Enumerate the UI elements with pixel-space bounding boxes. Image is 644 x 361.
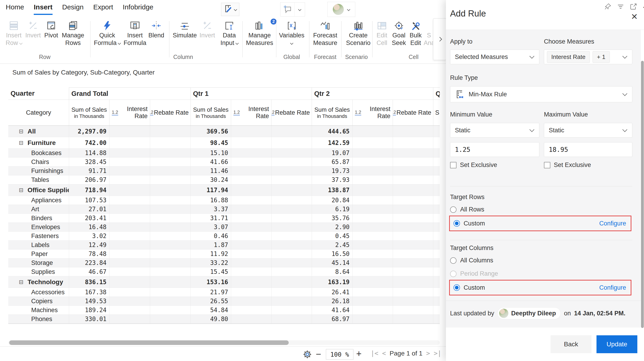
configure-rows-link[interactable]: Configure <box>599 220 626 227</box>
table-row[interactable]: Bookcases 114.88 15.10 19.07 <box>8 149 440 158</box>
checkbox[interactable] <box>544 162 550 168</box>
checkbox[interactable] <box>450 162 456 168</box>
table-row[interactable]: Technology 836.15 153.16 163.19 <box>8 276 440 288</box>
table-row[interactable]: Storage 223.84 33.22 45.14 <box>8 259 440 267</box>
blend-button[interactable]: Blend <box>146 20 167 39</box>
interest-rate-header[interactable]: 1.2 InterestRate <box>109 100 150 125</box>
settings-gear-icon[interactable] <box>302 349 312 361</box>
open-in-new-icon[interactable] <box>630 3 637 11</box>
insert-formula-button[interactable]: Insert Formula <box>121 20 149 47</box>
rebate-rate-header[interactable]: 1.2 Rebate Rate <box>150 100 190 125</box>
table-row[interactable]: Copiers 149.53 26.55 26.18 <box>8 297 440 306</box>
tab-home[interactable]: Home <box>6 3 24 15</box>
measure-chip[interactable]: Interest Rate <box>547 51 590 63</box>
more-measures-chip[interactable]: + 1 <box>592 51 610 63</box>
first-page-button[interactable]: |< <box>371 350 378 357</box>
group-header-qtr1[interactable]: Qtr 1 <box>190 87 312 99</box>
table-row[interactable]: All 2,297.09 369.56 444.65 <box>8 126 440 137</box>
table-row[interactable]: Accessories 167.38 21.97 26.41 <box>8 288 440 297</box>
more-options-icon[interactable]: ⋯ <box>642 3 644 11</box>
row-dimension-header[interactable]: Quarter <box>8 87 69 99</box>
table-row[interactable]: Machines 189.24 54.84 41.64 <box>8 306 440 315</box>
previous-page-button[interactable]: < <box>382 350 386 357</box>
scrollbar-thumb[interactable] <box>9 340 289 345</box>
radio-selected-icon[interactable] <box>454 220 460 227</box>
close-icon[interactable]: ✕ <box>631 12 638 21</box>
group-header-qtr2[interactable]: Qtr 2 <box>312 87 433 99</box>
table-row[interactable]: Chairs 328.45 41.66 65.87 <box>8 158 440 166</box>
create-scenario-button[interactable]: Create Scenario <box>344 20 373 47</box>
table-row[interactable]: Fasteners 3.02 0.46 0.45 <box>8 232 440 241</box>
next-page-button[interactable]: > <box>426 350 430 357</box>
zoom-out-button[interactable]: − <box>316 350 321 359</box>
maximum-mode-dropdown[interactable]: Static <box>544 123 632 138</box>
tab-insert[interactable]: Insert <box>34 3 52 15</box>
maximum-value-input[interactable] <box>544 142 632 157</box>
update-button[interactable]: Update <box>596 335 637 353</box>
collapse-icon[interactable] <box>19 140 28 146</box>
table-row[interactable]: Office Supplies 718.94 117.94 138.87 <box>8 184 440 196</box>
collapse-icon[interactable] <box>19 187 28 193</box>
manage-rows-button[interactable]: Manage Rows <box>59 20 87 47</box>
tab-export[interactable]: Export <box>93 3 113 15</box>
table-row[interactable]: Labels 12.49 1.87 2.45 <box>8 241 440 250</box>
zoom-in-button[interactable]: + <box>356 349 362 358</box>
table-row[interactable]: Appliances 107.53 16.88 20.84 <box>8 196 440 205</box>
all-rows-option[interactable]: All Rows <box>450 206 484 213</box>
data-input-button[interactable]: Data Input <box>217 20 242 47</box>
rule-type-dropdown[interactable]: Min-Max Rule <box>450 86 632 102</box>
pivot-button[interactable]: Pivot <box>40 20 62 39</box>
last-page-button[interactable]: >| <box>434 350 442 357</box>
minimum-value-input[interactable] <box>450 142 539 157</box>
minimum-mode-dropdown[interactable]: Static <box>450 123 539 138</box>
configure-columns-link[interactable]: Configure <box>599 284 626 291</box>
account-menu[interactable] <box>327 2 355 17</box>
panel-scrollbar-thumb[interactable] <box>641 61 644 328</box>
edit-layout-button[interactable] <box>221 3 240 16</box>
horizontal-scrollbar[interactable] <box>8 340 440 345</box>
user-chip[interactable]: Deepthy Dileep <box>497 307 561 319</box>
pin-icon[interactable] <box>604 3 612 11</box>
variables-button[interactable]: Variables <box>278 20 306 47</box>
quick-formula-button[interactable]: Quick Formula <box>93 20 122 47</box>
collapse-icon[interactable] <box>19 128 28 135</box>
filter-lines-icon[interactable] <box>617 3 624 11</box>
goal-seek-button[interactable]: Goal Seek <box>390 20 407 47</box>
interest-rate-header[interactable]: 1.2 InterestRate <box>352 100 393 125</box>
table-row[interactable]: Envelopes 16.48 3.07 2.90 <box>8 223 440 232</box>
comment-button[interactable] <box>280 2 305 16</box>
sum-of-sales-header[interactable]: Sum of Salesin Thousands <box>69 100 109 125</box>
sum-of-sales-header[interactable]: Sum of Salesin Thousands <box>312 100 352 125</box>
table-row[interactable]: Furnishings 91.71 11.46 19.73 <box>8 166 440 175</box>
collapse-icon[interactable] <box>19 279 28 285</box>
apply-to-dropdown[interactable]: Selected Measures <box>450 49 539 64</box>
radio-selected-icon[interactable] <box>454 284 460 291</box>
choose-measures-dropdown[interactable]: Interest Rate + 1 <box>544 49 632 64</box>
category-header[interactable]: Category <box>8 100 69 125</box>
rebate-rate-header[interactable]: 1.2 Rebate Rate <box>393 100 433 125</box>
ribbon-overflow-button[interactable] <box>433 18 446 60</box>
sum-of-sales-header[interactable]: Sum of Salesin Thousands <box>190 100 231 125</box>
empty-cell <box>393 232 433 240</box>
interest-rate-header[interactable]: 1.2 InterestRate <box>231 100 271 125</box>
radio-icon[interactable] <box>450 206 456 213</box>
table-row[interactable]: Furniture 742.00 98.45 142.59 <box>8 137 440 149</box>
radio-icon[interactable] <box>450 257 456 264</box>
zoom-level-input[interactable] <box>326 349 353 360</box>
bulk-edit-button[interactable]: Bulk Edit <box>408 20 424 47</box>
table-row[interactable]: Paper 78.48 11.92 16.50 <box>8 250 440 259</box>
simulate-button[interactable]: Simulate <box>171 20 198 39</box>
tab-design[interactable]: Design <box>62 3 84 15</box>
group-header-grand-total[interactable]: Grand Total <box>69 87 190 99</box>
table-row[interactable]: Binders 203.41 31.71 35.76 <box>8 214 440 223</box>
table-row[interactable]: Supplies 46.67 15.45 8.64 <box>8 267 440 276</box>
manage-measures-button[interactable]: 2 Manage Measures <box>244 20 275 47</box>
all-columns-option[interactable]: All Columns <box>450 257 493 264</box>
forecast-measure-button[interactable]: Forecast Measure <box>311 20 340 47</box>
table-row[interactable]: Tables 206.97 30.24 37.93 <box>8 175 440 184</box>
table-row[interactable]: Art 27.01 3.37 6.19 <box>8 205 440 214</box>
tab-infobridge[interactable]: Infobridge <box>123 3 153 15</box>
back-button[interactable]: Back <box>550 335 592 353</box>
rebate-rate-header[interactable]: 1.2 Rebate Rate <box>271 100 312 125</box>
table-row[interactable]: Phones 330.01 49.80 68.97 <box>8 315 440 324</box>
